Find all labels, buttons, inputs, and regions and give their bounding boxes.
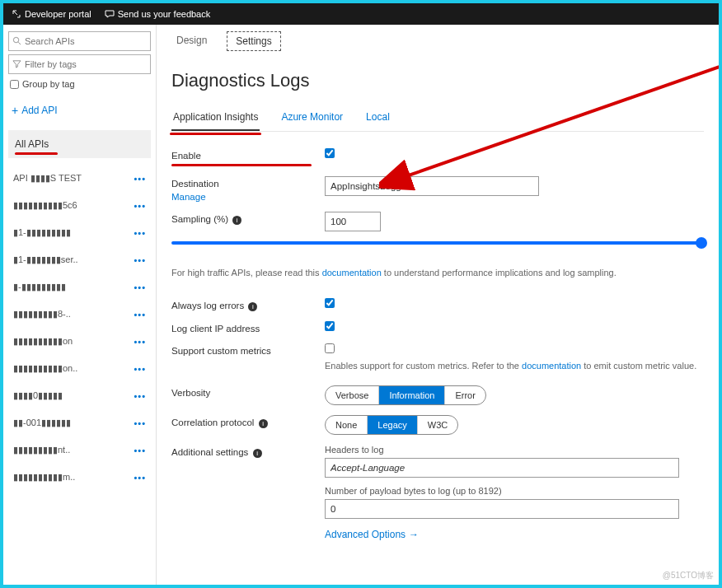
api-list: API ▮▮▮▮S TEST•••▮▮▮▮▮▮▮▮▮▮5c6•••▮1-▮▮▮▮… xyxy=(8,165,151,491)
pill-option[interactable]: Error xyxy=(445,386,485,404)
headers-label: Headers to log xyxy=(325,445,704,455)
slider-thumb[interactable] xyxy=(696,237,707,249)
search-input[interactable] xyxy=(25,36,147,46)
api-list-item[interactable]: ▮1-▮▮▮▮▮▮▮ser..••• xyxy=(8,246,151,273)
filter-tags-field[interactable] xyxy=(8,54,151,74)
client-ip-checkbox[interactable] xyxy=(325,321,335,331)
plus-icon: + xyxy=(12,104,18,117)
sampling-input[interactable] xyxy=(325,212,381,231)
enable-label: Enable xyxy=(171,148,325,166)
api-list-item[interactable]: ▮▮▮▮▮▮▮▮▮nt..••• xyxy=(8,436,151,464)
api-list-item[interactable]: ▮▮▮▮0▮▮▮▮▮••• xyxy=(8,382,151,409)
search-apis-field[interactable] xyxy=(8,31,151,51)
filter-input[interactable] xyxy=(25,59,147,69)
search-icon xyxy=(12,36,21,46)
api-list-item[interactable]: ▮▮▮▮▮▮▮▮▮▮m..••• xyxy=(8,464,151,491)
info-icon: i xyxy=(232,216,241,225)
info-icon: i xyxy=(253,449,262,458)
subtab-azure-monitor[interactable]: Azure Monitor xyxy=(279,106,345,131)
page-title: Diagnostics Logs xyxy=(171,70,704,91)
destination-label: Destination xyxy=(171,179,219,189)
api-list-item[interactable]: ▮-▮▮▮▮▮▮▮▮▮••• xyxy=(8,273,151,301)
custom-metrics-help: Enables support for custom metrics. Refe… xyxy=(325,361,704,371)
developer-portal-link[interactable]: Developer portal xyxy=(12,9,91,19)
more-dots-icon[interactable]: ••• xyxy=(134,201,146,211)
api-list-item[interactable]: ▮▮-001▮▮▮▮▮▮••• xyxy=(8,409,151,436)
sidebar: Group by tag + Add API All APIs API ▮▮▮▮… xyxy=(3,25,157,585)
verbosity-label: Verbosity xyxy=(171,385,325,398)
more-dots-icon[interactable]: ••• xyxy=(134,391,146,401)
always-log-checkbox[interactable] xyxy=(325,298,335,308)
correlation-label: Correlation protocol i xyxy=(171,415,325,428)
documentation-link[interactable]: documentation xyxy=(522,361,581,371)
more-dots-icon[interactable]: ••• xyxy=(134,174,146,184)
watermark: @51CTO博客 xyxy=(663,570,714,581)
verbosity-group: VerboseInformationError xyxy=(325,385,486,405)
all-apis-item[interactable]: All APIs xyxy=(8,130,151,158)
feedback-link[interactable]: Send us your feedback xyxy=(105,9,211,19)
api-list-item[interactable]: ▮▮▮▮▮▮▮▮▮▮5c6••• xyxy=(8,192,151,219)
manage-link[interactable]: Manage xyxy=(171,192,325,202)
group-by-tag-checkbox[interactable]: Group by tag xyxy=(8,77,151,91)
info-icon: i xyxy=(248,302,257,311)
more-dots-icon[interactable]: ••• xyxy=(134,282,146,292)
add-api-button[interactable]: + Add API xyxy=(8,94,151,127)
more-dots-icon[interactable]: ••• xyxy=(134,473,146,483)
api-list-item[interactable]: ▮1-▮▮▮▮▮▮▮▮▮••• xyxy=(8,219,151,246)
api-list-item[interactable]: ▮▮▮▮▮▮▮▮▮▮on..••• xyxy=(8,355,151,382)
tab-design[interactable]: Design xyxy=(171,31,212,51)
sampling-label: Sampling (%) i xyxy=(171,212,325,225)
more-dots-icon[interactable]: ••• xyxy=(134,364,146,374)
bytes-input[interactable] xyxy=(325,499,679,519)
api-list-item[interactable]: ▮▮▮▮▮▮▮▮▮▮on••• xyxy=(8,328,151,355)
arrow-right-icon: → xyxy=(409,529,419,540)
always-log-label: Always log errors i xyxy=(171,298,325,311)
highlight-underline xyxy=(170,133,261,135)
svg-line-1 xyxy=(18,42,21,44)
pill-option[interactable]: Legacy xyxy=(368,416,417,434)
enable-checkbox[interactable] xyxy=(325,148,335,158)
pill-option[interactable]: Information xyxy=(379,386,445,404)
svg-point-0 xyxy=(13,37,18,42)
more-dots-icon[interactable]: ••• xyxy=(134,255,146,265)
info-icon: i xyxy=(259,419,268,428)
subtab-application-insights[interactable]: Application Insights xyxy=(171,106,260,131)
custom-metrics-label: Support custom metrics xyxy=(171,343,325,356)
more-dots-icon[interactable]: ••• xyxy=(134,337,146,347)
highlight-underline xyxy=(171,164,312,166)
documentation-link[interactable]: documentation xyxy=(322,268,382,278)
more-dots-icon[interactable]: ••• xyxy=(134,228,146,238)
external-icon xyxy=(12,9,21,19)
correlation-group: NoneLegacyW3C xyxy=(325,415,458,435)
filter-icon xyxy=(12,59,21,69)
destination-input[interactable] xyxy=(325,176,539,196)
highlight-underline xyxy=(15,152,58,155)
custom-metrics-checkbox[interactable] xyxy=(325,343,335,353)
sampling-note: For high traffic APIs, please read this … xyxy=(171,266,704,280)
top-bar: Developer portal Send us your feedback xyxy=(3,3,719,25)
additional-label: Additional settings i xyxy=(171,445,325,458)
pill-option[interactable]: W3C xyxy=(418,416,457,434)
more-dots-icon[interactable]: ••• xyxy=(134,310,146,320)
tab-settings[interactable]: Settings xyxy=(227,31,280,51)
group-by-tag-input[interactable] xyxy=(10,80,19,89)
subtab-local[interactable]: Local xyxy=(364,106,391,131)
headers-input[interactable] xyxy=(325,458,679,478)
feedback-icon xyxy=(105,9,115,19)
sampling-slider[interactable] xyxy=(171,241,704,254)
pill-option[interactable]: None xyxy=(326,416,368,434)
more-dots-icon[interactable]: ••• xyxy=(134,446,146,455)
pill-option[interactable]: Verbose xyxy=(326,386,379,404)
main-panel: Design Settings Diagnostics Logs Applica… xyxy=(157,25,719,585)
subtabs: Application Insights Azure Monitor Local xyxy=(171,106,704,132)
api-list-item[interactable]: API ▮▮▮▮S TEST••• xyxy=(8,165,151,192)
api-list-item[interactable]: ▮▮▮▮▮▮▮▮▮8-..••• xyxy=(8,301,151,328)
bytes-label: Number of payload bytes to log (up to 81… xyxy=(325,486,704,496)
top-tabs: Design Settings xyxy=(171,31,704,52)
client-ip-label: Log client IP address xyxy=(171,321,325,334)
advanced-options-link[interactable]: Advanced Options→ xyxy=(325,529,704,540)
more-dots-icon[interactable]: ••• xyxy=(134,418,146,428)
